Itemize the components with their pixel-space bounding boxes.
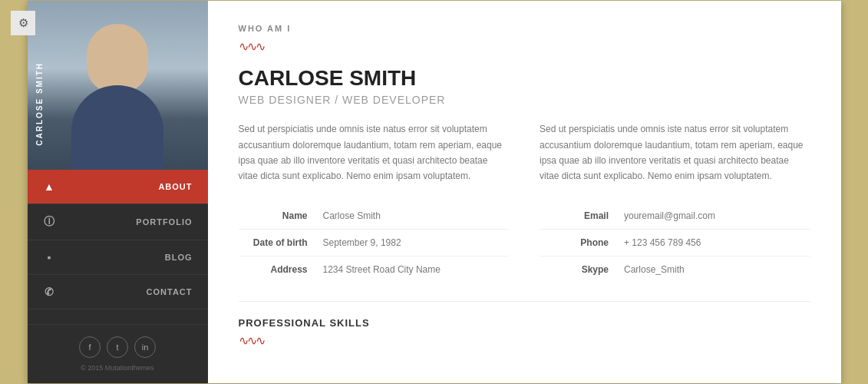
app-wrapper: CARLOSE SMITH ▲ ABOUT ⓘ PORTFOLIO ▪ BLOG…: [28, 1, 841, 383]
twitter-button[interactable]: t: [107, 336, 128, 358]
value-name: Carlose Smith: [323, 210, 381, 221]
sidebar-name: CARLOSE SMITH: [35, 62, 44, 146]
value-address: 1234 Street Road City Name: [323, 264, 441, 275]
info-col-right: Email youremail@gmail.com Phone + 123 45…: [540, 203, 810, 283]
label-dob: Date of birth: [239, 237, 323, 248]
skills-title: PROFESSIONAL SKILLS: [239, 317, 810, 329]
main-content: WHO AM I ∿∿∿ CARLOSE SMITH WEB DESIGNER …: [208, 1, 841, 383]
profile-image: [28, 1, 208, 170]
facebook-icon: f: [88, 343, 91, 352]
settings-button[interactable]: ⚙: [11, 11, 35, 35]
label-name: Name: [239, 210, 323, 221]
profile-title: WEB DESIGNER / WEB DEVELOPER: [239, 94, 810, 106]
value-dob: September 9, 1982: [323, 237, 401, 248]
nav-label-blog: BLOG: [66, 253, 193, 262]
facebook-button[interactable]: f: [79, 336, 101, 358]
profile-name: CARLOSE SMITH: [239, 66, 810, 91]
wave-divider: ∿∿∿: [239, 39, 810, 54]
chat-icon: ▪: [43, 251, 57, 263]
navigation-menu: ▲ ABOUT ⓘ PORTFOLIO ▪ BLOG ✆ CONTACT: [28, 170, 208, 324]
value-phone: + 123 456 789 456: [624, 237, 701, 248]
value-skype: Carlose_Smith: [624, 264, 685, 275]
label-skype: Skype: [540, 264, 624, 275]
profile-photo: CARLOSE SMITH: [28, 1, 208, 170]
person-icon: ▲: [43, 180, 57, 193]
label-address: Address: [239, 264, 323, 275]
gear-icon: ⚙: [18, 16, 28, 30]
nav-item-portfolio[interactable]: ⓘ PORTFOLIO: [28, 204, 208, 240]
social-area: f t in © 2015 Mutationthemes: [28, 324, 208, 383]
nav-label-contact: CONTACT: [66, 287, 193, 296]
skills-section: PROFESSIONAL SKILLS ∿∿∿: [239, 301, 810, 348]
phone-icon: ✆: [43, 286, 57, 298]
linkedin-icon: in: [142, 343, 149, 352]
info-row-address: Address 1234 Street Road City Name: [239, 257, 510, 283]
nav-label-portfolio: PORTFOLIO: [66, 217, 193, 227]
copyright-text: © 2015 Mutationthemes: [39, 364, 196, 372]
linkedin-button[interactable]: in: [134, 336, 156, 358]
info-row-name: Name Carlose Smith: [239, 203, 510, 230]
skills-wave-divider: ∿∿∿: [239, 333, 810, 348]
section-label: WHO AM I: [239, 24, 810, 33]
info-table: Name Carlose Smith Date of birth Septemb…: [239, 203, 810, 283]
sidebar: CARLOSE SMITH ▲ ABOUT ⓘ PORTFOLIO ▪ BLOG…: [28, 1, 208, 383]
label-email: Email: [540, 210, 624, 221]
nav-item-blog[interactable]: ▪ BLOG: [28, 240, 208, 275]
nav-label-about: ABOUT: [66, 182, 193, 191]
value-email: youremail@gmail.com: [624, 210, 715, 221]
bio-section: Sed ut perspiciatis unde omnis iste natu…: [239, 121, 810, 184]
bio-column-right: Sed ut perspiciatis unde omnis iste natu…: [540, 121, 810, 184]
social-icons: f t in: [39, 336, 196, 358]
camera-icon: ⓘ: [43, 215, 57, 229]
label-phone: Phone: [540, 237, 624, 248]
bio-text-right: Sed ut perspiciatis unde omnis iste natu…: [540, 121, 810, 184]
twitter-icon: t: [116, 343, 118, 352]
bio-column-left: Sed ut perspiciatis unde omnis iste natu…: [239, 121, 510, 184]
info-col-left: Name Carlose Smith Date of birth Septemb…: [239, 203, 510, 283]
bio-text-left: Sed ut perspiciatis unde omnis iste natu…: [239, 121, 510, 184]
info-row-skype: Skype Carlose_Smith: [540, 257, 810, 283]
nav-item-about[interactable]: ▲ ABOUT: [28, 170, 208, 204]
info-row-phone: Phone + 123 456 789 456: [540, 230, 810, 257]
info-row-dob: Date of birth September 9, 1982: [239, 230, 510, 257]
nav-item-contact[interactable]: ✆ CONTACT: [28, 275, 208, 310]
info-row-email: Email youremail@gmail.com: [540, 203, 810, 230]
